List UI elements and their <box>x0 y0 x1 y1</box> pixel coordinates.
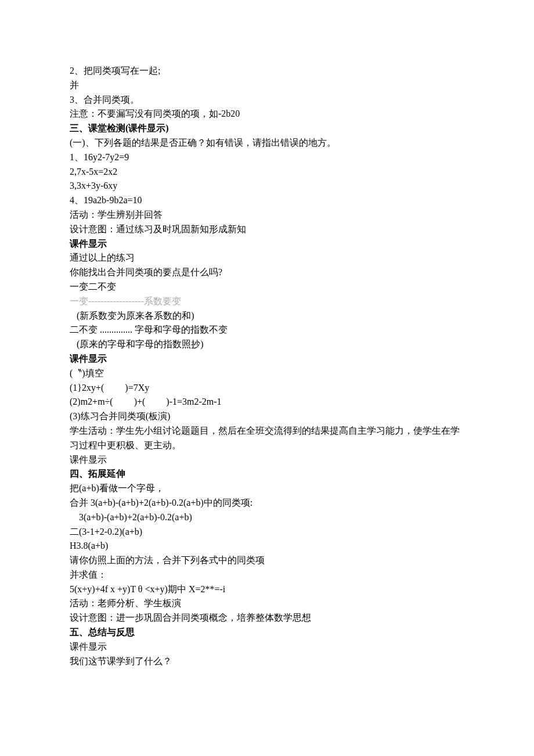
text-line: 5(x+y)+4f x +y)T θ <x+y)期中 X=2**=-i <box>70 582 464 597</box>
text-line: 请你仿照上面的方法，合并下列各式中的同类项 <box>70 553 464 568</box>
text-line: H3.8(a+b) <box>70 539 464 553</box>
text-line: 设计意图：通过练习及时巩固新知形成新知 <box>70 222 464 237</box>
text-line: 3(a+b)-(a+b)+2(a+b)-0.2(a+b) <box>70 510 464 525</box>
text-line: (新系数变为原来各系数的和) <box>70 309 464 323</box>
text-line: 3、合并同类项。 <box>70 93 464 107</box>
text-line: 并求值： <box>70 568 464 582</box>
text-line: 2,7x-5x=2x2 <box>70 165 464 179</box>
text-line: (2)m2+m÷( )+( )-1=3m2-2m-1 <box>70 395 464 409</box>
text-line: 五、总结与反思 <box>70 625 464 640</box>
text-line: (一)、下列各题的结果是否正确？如有错误，请指出错误的地方。 <box>70 136 464 150</box>
text-line: (〝)填空 <box>70 366 464 381</box>
text-line: 学生活动：学生先小组讨论题题目，然后在全班交流得到的结果提高自主学习能力，使学生… <box>70 424 464 453</box>
text-line: 合并 3(a+b)-(a+b)+2(a+b)-0.2(a+b)中的同类项: <box>70 496 464 510</box>
text-line: 二不变 .............. 字母和字母的指数不变 <box>70 323 464 337</box>
text-line: 2、把同类项写在一起; <box>70 64 464 78</box>
text-line: 三、课堂检测(课件显示) <box>70 121 464 136</box>
text-line: 活动：学生辨别并回答 <box>70 208 464 222</box>
text-line: 3,3x+3y-6xy <box>70 179 464 193</box>
text-line: 一变二不变 <box>70 280 464 294</box>
text-line: 课件显示 <box>70 237 464 251</box>
text-line: 4、19a2b-9b2a=10 <box>70 193 464 208</box>
text-line: 1、16y2-7y2=9 <box>70 150 464 165</box>
text-line: (3)练习合并同类项(板演) <box>70 409 464 424</box>
text-line: 设计意图：进一步巩固合并同类项概念，培养整体数学思想 <box>70 611 464 625</box>
text-line: 你能找出合并同类项的要点是什么吗? <box>70 265 464 280</box>
text-line: 一变------------------系数要变 <box>70 294 464 309</box>
text-line: 课件显示 <box>70 640 464 654</box>
text-line: 课件显示 <box>70 453 464 467</box>
text-line: 我们这节课学到了什么？ <box>70 654 464 669</box>
text-line: (原来的字母和字母的指数照抄) <box>70 337 464 352</box>
document-body: 2、把同类项写在一起;并3、合并同类项。注意：不要漏写没有同类项的项，如-2b2… <box>70 64 464 668</box>
text-line: 并 <box>70 78 464 93</box>
text-line: 注意：不要漏写没有同类项的项，如-2b20 <box>70 107 464 121</box>
text-line: 二(3-1+2-0.2)(a+b) <box>70 525 464 539</box>
text-line: 把(a+b)看做一个字母， <box>70 481 464 496</box>
text-line: 课件显示 <box>70 352 464 366</box>
text-line: 通过以上的练习 <box>70 251 464 265</box>
text-line: 活动：老师分析、学生板演 <box>70 596 464 611</box>
text-line: 四、拓展延伸 <box>70 467 464 481</box>
text-line: (1}2xy+( )=7Xy <box>70 381 464 395</box>
